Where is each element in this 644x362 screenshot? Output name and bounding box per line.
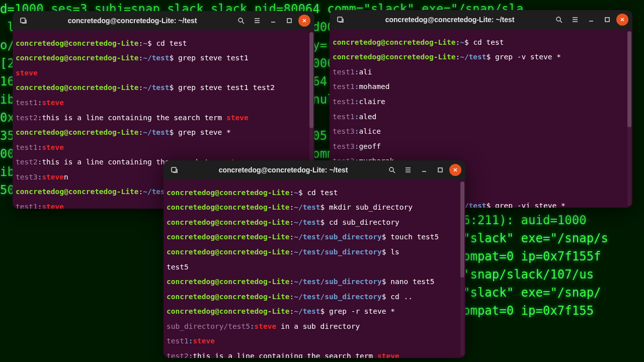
svg-rect-6 (172, 167, 176, 172)
close-button[interactable] (616, 14, 628, 26)
titlebar[interactable]: concretedog@concretedog-Lite: ~/test (330, 10, 632, 29)
maximize-button[interactable] (600, 13, 614, 27)
scrollbar[interactable] (627, 31, 631, 206)
close-button[interactable] (449, 164, 461, 176)
svg-point-7 (389, 167, 393, 171)
titlebar[interactable]: concretedog@concretedog-Lite: ~/test (13, 11, 314, 30)
window-title: concretedog@concretedog-Lite: ~/test (350, 16, 550, 24)
new-tab-button[interactable] (17, 14, 31, 28)
svg-point-4 (238, 18, 243, 22)
window-title: concretedog@concretedog-Lite: ~/test (33, 17, 232, 25)
maximize-button[interactable] (282, 14, 296, 28)
close-button[interactable] (298, 15, 310, 27)
maximize-button[interactable] (433, 163, 447, 177)
search-button[interactable] (385, 163, 399, 177)
menu-button[interactable] (401, 163, 415, 177)
minimize-button[interactable] (266, 14, 280, 28)
svg-rect-8 (438, 168, 442, 172)
svg-point-1 (556, 17, 560, 21)
search-button[interactable] (552, 13, 566, 27)
search-button[interactable] (234, 14, 248, 28)
terminal-window-3[interactable]: concretedog@concretedog-Lite: ~/test con… (164, 160, 465, 358)
minimize-button[interactable] (417, 163, 431, 177)
titlebar[interactable]: concretedog@concretedog-Lite: ~/test (164, 160, 465, 179)
svg-rect-3 (21, 18, 25, 23)
scrollbar[interactable] (460, 182, 464, 356)
new-tab-button[interactable] (334, 13, 348, 27)
new-tab-button[interactable] (168, 163, 182, 177)
svg-rect-0 (338, 17, 342, 22)
minimize-button[interactable] (584, 13, 598, 27)
wallpaper-right: 6:211): auid=1000 "slack" exe="/snap/s o… (463, 211, 644, 362)
svg-rect-5 (287, 19, 291, 23)
window-title: concretedog@concretedog-Lite: ~/test (184, 166, 383, 174)
svg-rect-2 (605, 18, 609, 22)
terminal-body[interactable]: concretedog@concretedog-Lite:~$ cd test … (164, 179, 465, 358)
menu-button[interactable] (568, 13, 582, 27)
menu-button[interactable] (250, 14, 264, 28)
